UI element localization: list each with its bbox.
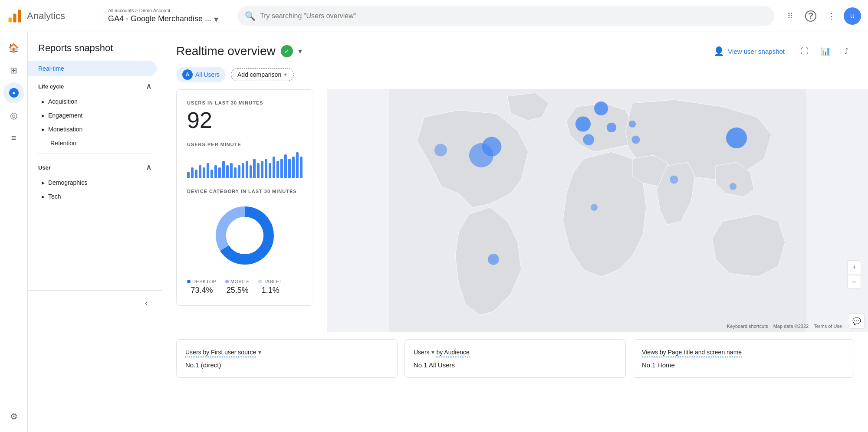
device-legend: DESKTOP 73.4% MOBILE 25.5% xyxy=(187,279,302,295)
sidebar-item-monetisation-label: Monetisation xyxy=(48,126,82,133)
all-users-chip[interactable]: A All Users xyxy=(176,67,226,82)
sidebar-section-user[interactable]: User ∧ xyxy=(28,157,162,176)
sidebar-item-engagement-label: Engagement xyxy=(48,112,82,119)
add-comparison-button[interactable]: Add comparison + xyxy=(231,68,294,81)
fullscreen-button[interactable]: ⛶ xyxy=(797,43,812,59)
svg-point-19 xyxy=(730,183,736,190)
sidebar: Reports snapshot Real-time Life cycle ∧ … xyxy=(28,32,162,432)
more-options-button[interactable]: ⋮ xyxy=(823,7,840,25)
map-feedback-button[interactable]: 💬 xyxy=(849,313,865,329)
bar xyxy=(250,165,252,178)
account-dropdown-icon[interactable]: ▾ xyxy=(214,14,218,24)
terms-link[interactable]: Terms of Use xyxy=(814,324,842,329)
bar xyxy=(296,152,299,178)
share-button[interactable]: ⤴ xyxy=(838,43,854,59)
apps-grid-button[interactable]: ⠿ xyxy=(781,7,799,25)
view-snapshot-button[interactable]: 👤 View user snapshot xyxy=(707,43,792,60)
bar xyxy=(292,157,295,178)
sidebar-collapse-button[interactable]: ‹ xyxy=(138,294,155,311)
bottom-card-title-1: Users by First user source ▾ xyxy=(185,348,388,356)
bar xyxy=(214,165,217,178)
header-actions-right: 👤 View user snapshot ⛶ 📊 ⤴ xyxy=(707,43,854,60)
map-data-label: Map data ©2022 xyxy=(773,324,809,329)
bar xyxy=(230,163,233,178)
svg-rect-2 xyxy=(18,10,21,22)
bar xyxy=(261,161,263,178)
mobile-label: MOBILE xyxy=(230,279,250,284)
sidebar-item-acquisition[interactable]: ▸ Acquisition xyxy=(28,95,157,108)
more-options-icon: ⋮ xyxy=(828,11,835,21)
search-input[interactable] xyxy=(260,12,767,20)
world-map-svg xyxy=(327,89,868,332)
sidebar-footer: ‹ xyxy=(28,290,162,315)
realtime-icon: ● xyxy=(9,88,19,98)
sidebar-item-demographics[interactable]: ▸ Demographics xyxy=(28,176,157,190)
bottom-cards: Users by First user source ▾ No.1 (direc… xyxy=(162,332,868,385)
sidebar-item-retention-label: Retention xyxy=(42,140,76,147)
bar xyxy=(242,163,244,178)
legend-desktop: DESKTOP 73.4% xyxy=(187,279,217,295)
bar-chart xyxy=(187,152,302,178)
search-bar[interactable]: 🔍 xyxy=(238,6,774,26)
monetisation-expand-icon: ▸ xyxy=(42,126,45,133)
sidebar-item-engagement[interactable]: ▸ Engagement xyxy=(28,108,157,122)
views-by-page-label: Views by Page title and screen name xyxy=(642,349,742,357)
bottom-card-title-3: Views by Page title and screen name xyxy=(642,348,845,356)
account-selector[interactable]: All accounts > Demo Account GA4 - Google… xyxy=(101,8,231,24)
home-icon: 🏠 xyxy=(8,43,19,53)
bar xyxy=(265,159,267,178)
desktop-label: DESKTOP xyxy=(192,279,217,284)
bar xyxy=(300,157,302,178)
bar xyxy=(199,165,201,178)
nav-realtime-button[interactable]: ● xyxy=(3,82,24,103)
nav-reports-button[interactable]: ⊞ xyxy=(3,60,24,81)
snapshot-icon: 👤 xyxy=(713,46,724,56)
fullscreen-icon: ⛶ xyxy=(801,47,809,56)
reports-icon: ⊞ xyxy=(10,65,17,75)
sidebar-item-demographics-label: Demographics xyxy=(48,179,87,186)
nav-home-button[interactable]: 🏠 xyxy=(3,37,24,58)
lifecycle-collapse-icon: ∧ xyxy=(146,82,151,91)
engagement-expand-icon: ▸ xyxy=(42,112,45,119)
sidebar-item-acquisition-label: Acquisition xyxy=(48,98,78,105)
settings-icon: ⚙ xyxy=(10,411,18,422)
user-collapse-icon: ∧ xyxy=(146,163,151,172)
help-button[interactable]: ? xyxy=(802,7,819,25)
sidebar-section-lifecycle[interactable]: Life cycle ∧ xyxy=(28,76,162,95)
user-avatar-button[interactable]: U xyxy=(844,7,861,25)
verified-icon: ✓ xyxy=(281,45,293,57)
nav-list-button[interactable]: ≡ xyxy=(3,128,24,148)
help-icon: ? xyxy=(805,10,816,22)
legend-mobile: MOBILE 25.5% xyxy=(225,279,250,295)
device-label: DEVICE CATEGORY IN LAST 30 MINUTES xyxy=(187,189,297,194)
view-snapshot-label: View user snapshot xyxy=(728,48,785,55)
title-dropdown-icon[interactable]: ▾ xyxy=(298,46,302,56)
source-dropdown-icon[interactable]: ▾ xyxy=(258,349,261,356)
chart-icon-button[interactable]: 📊 xyxy=(818,43,833,59)
map-zoom-in-button[interactable]: + xyxy=(847,260,861,274)
tablet-dot xyxy=(258,280,262,283)
bar xyxy=(187,172,190,178)
sidebar-item-tech[interactable]: ▸ Tech xyxy=(28,190,157,203)
add-comparison-label: Add comparison xyxy=(237,71,281,78)
demographics-expand-icon: ▸ xyxy=(42,179,45,186)
account-name[interactable]: GA4 - Google Merchandise ... ▾ xyxy=(108,14,231,24)
bar xyxy=(203,167,205,178)
sidebar-item-realtime[interactable]: Real-time xyxy=(28,61,157,76)
svg-point-21 xyxy=(488,254,499,265)
users-dropdown-icon[interactable]: ▾ xyxy=(431,349,434,356)
breadcrumb: All accounts > Demo Account xyxy=(108,8,231,13)
settings-button[interactable]: ⚙ xyxy=(3,406,24,427)
keyboard-shortcuts-link[interactable]: Keyboard shortcuts xyxy=(727,324,768,329)
svg-point-20 xyxy=(591,204,598,211)
sidebar-item-monetisation[interactable]: ▸ Monetisation xyxy=(28,122,157,136)
share-icon: ⤴ xyxy=(845,47,848,56)
mobile-dot xyxy=(225,280,229,283)
nav-audience-button[interactable]: ◎ xyxy=(3,105,24,126)
stats-card: USERS IN LAST 30 MINUTES 92 USERS PER MI… xyxy=(176,89,313,306)
map-zoom-out-button[interactable]: − xyxy=(847,275,861,289)
sidebar-item-retention[interactable]: Retention xyxy=(28,136,157,150)
bar xyxy=(253,159,256,178)
user-avatar: U xyxy=(850,13,855,20)
bottom-card-title-2: Users ▾ by Audience xyxy=(414,348,617,356)
